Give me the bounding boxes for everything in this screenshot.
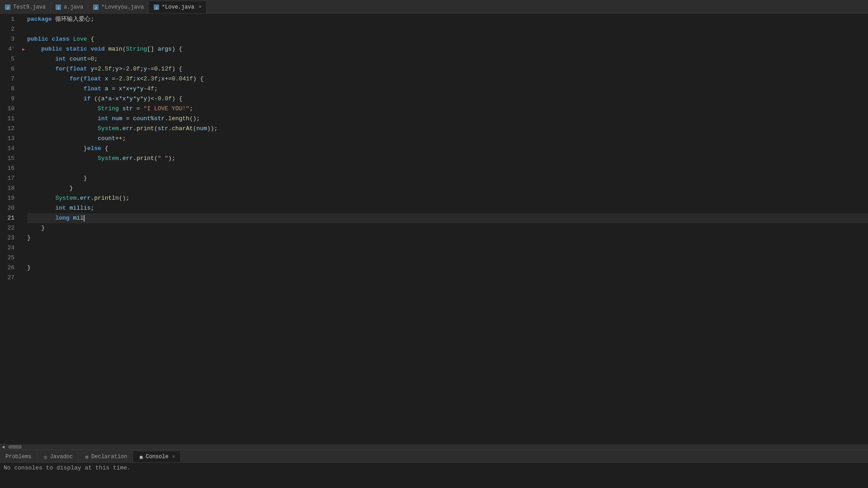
code-line-23: } bbox=[27, 233, 868, 243]
pkg-name: 循环输入爱心 bbox=[55, 14, 90, 24]
tab-javadoc[interactable]: ◎ Javadoc bbox=[38, 451, 79, 462]
code-line-16 bbox=[27, 164, 868, 174]
line-num-13: 13 bbox=[0, 134, 18, 144]
console-icon: ▣ bbox=[138, 454, 144, 460]
bottom-panel: Problems ◎ Javadoc ⊞ Declaration ▣ Conso… bbox=[0, 450, 868, 488]
breakpoint-indicator: ▶ bbox=[22, 47, 24, 52]
line-num-25: 25 bbox=[0, 253, 18, 263]
line-num-22: 22 bbox=[0, 223, 18, 233]
tab-console-label: Console bbox=[146, 454, 168, 460]
code-line-22: } bbox=[27, 223, 868, 233]
code-line-1: package 循环输入爱心; bbox=[27, 14, 868, 24]
text-cursor bbox=[84, 215, 85, 221]
line-num-12: 12 bbox=[0, 124, 18, 134]
line-num-7: 7 bbox=[0, 74, 18, 84]
code-line-11: int num = count%str.length(); bbox=[27, 114, 868, 124]
tab-test9-label: Test9.java bbox=[13, 4, 46, 10]
code-line-21: long mil bbox=[27, 213, 868, 223]
line-num-14: 14 bbox=[0, 144, 18, 154]
line-num-6: 6 bbox=[0, 64, 18, 74]
svg-text:J: J bbox=[57, 6, 59, 10]
tab-console-close[interactable]: × bbox=[172, 454, 175, 460]
java-file-icon-loveyou: J bbox=[93, 4, 99, 10]
code-line-10: String str = "I LOVE YOU!"; bbox=[27, 104, 868, 114]
console-content: No consoles to display at this time. bbox=[0, 463, 868, 488]
tab-problems-label: Problems bbox=[5, 454, 32, 460]
code-line-6: for(float y=2.5f;y>-2.0f;y-=0.12f) { bbox=[27, 64, 868, 74]
line-num-27: 27 bbox=[0, 273, 18, 283]
line-num-8: 8 bbox=[0, 84, 18, 94]
code-line-2 bbox=[27, 24, 868, 34]
horizontal-scrollbar[interactable]: ◀ bbox=[0, 444, 868, 450]
tab-javadoc-label: Javadoc bbox=[50, 454, 73, 460]
line-num-2: 2 bbox=[0, 24, 18, 34]
code-line-19: System.err.println(); bbox=[27, 193, 868, 203]
code-line-4: public static void main(String[] args) { bbox=[27, 44, 868, 54]
line-num-18: 18 bbox=[0, 183, 18, 193]
line-num-1: 1 bbox=[0, 14, 18, 24]
javadoc-icon: ◎ bbox=[43, 454, 48, 460]
console-message: No consoles to display at this time. bbox=[4, 465, 131, 471]
line-num-11: 11 bbox=[0, 114, 18, 124]
tab-console[interactable]: ▣ Console × bbox=[133, 451, 181, 462]
line-num-20: 20 bbox=[0, 203, 18, 213]
code-line-7: for(float x =-2.3f;x<2.3f;x+=0.041f) { bbox=[27, 74, 868, 84]
code-line-3: public class Love { bbox=[27, 34, 868, 44]
tab-loveyou-label: *Loveyou.java bbox=[101, 4, 144, 10]
tab-love[interactable]: J *Love.java × bbox=[149, 1, 207, 13]
tab-love-close[interactable]: × bbox=[198, 4, 202, 10]
code-line-18: } bbox=[27, 183, 868, 193]
line-num-24: 24 bbox=[0, 243, 18, 253]
tab-a[interactable]: J a.java bbox=[51, 1, 88, 13]
line-num-4: 4° bbox=[0, 44, 18, 54]
java-file-icon: J bbox=[5, 4, 11, 10]
svg-text:J: J bbox=[7, 6, 9, 10]
code-line-15: System.err.print(" "); bbox=[27, 154, 868, 164]
tab-loveyou[interactable]: J *Loveyou.java bbox=[88, 1, 149, 13]
code-line-17: } bbox=[27, 174, 868, 183]
gutter: ▶ bbox=[22, 14, 25, 444]
svg-text:J: J bbox=[95, 6, 97, 10]
scroll-left-button[interactable]: ◀ bbox=[0, 444, 6, 450]
line-num-21: 21 bbox=[0, 213, 18, 223]
line-num-17: 17 bbox=[0, 174, 18, 183]
scrollbar-thumb[interactable] bbox=[8, 445, 22, 449]
line-num-19: 19 bbox=[0, 193, 18, 203]
code-line-14: }else { bbox=[27, 144, 868, 154]
tab-bar: J Test9.java J a.java J *Loveyou.java J bbox=[0, 0, 868, 14]
line-num-9: 9 bbox=[0, 94, 18, 104]
tab-test9[interactable]: J Test9.java bbox=[0, 1, 51, 13]
bottom-tab-bar: Problems ◎ Javadoc ⊞ Declaration ▣ Conso… bbox=[0, 450, 868, 463]
kw-package: package bbox=[27, 14, 55, 24]
editor-area: 1 2 3 4° 5 6 7 8 9 10 11 12 13 14 15 16 … bbox=[0, 14, 868, 444]
java-file-icon-love: J bbox=[153, 4, 160, 10]
code-line-27 bbox=[27, 273, 868, 283]
tab-declaration[interactable]: ⊞ Declaration bbox=[79, 451, 133, 462]
line-num-3: 3 bbox=[0, 34, 18, 44]
code-line-26: } bbox=[27, 263, 868, 273]
line-numbers: 1 2 3 4° 5 6 7 8 9 10 11 12 13 14 15 16 … bbox=[0, 14, 22, 444]
code-line-24 bbox=[27, 243, 868, 253]
code-line-25 bbox=[27, 253, 868, 263]
line-num-26: 26 bbox=[0, 263, 18, 273]
line-num-16: 16 bbox=[0, 164, 18, 174]
line-num-10: 10 bbox=[0, 104, 18, 114]
line-num-5: 5 bbox=[0, 54, 18, 64]
declaration-icon: ⊞ bbox=[84, 454, 90, 460]
code-line-12: System.err.print(str.charAt(num)); bbox=[27, 124, 868, 134]
gutter-marker-4: ▶ bbox=[22, 44, 25, 54]
tab-problems[interactable]: Problems bbox=[0, 451, 38, 462]
code-line-20: int millis; bbox=[27, 203, 868, 213]
java-file-icon-a: J bbox=[55, 4, 61, 10]
code-editor[interactable]: package 循环输入爱心; public class Love { publ… bbox=[25, 14, 868, 444]
tab-declaration-label: Declaration bbox=[91, 454, 127, 460]
svg-text:J: J bbox=[156, 6, 157, 10]
line-num-15: 15 bbox=[0, 154, 18, 164]
code-line-5: int count=0; bbox=[27, 54, 868, 64]
line-num-23: 23 bbox=[0, 233, 18, 243]
tab-a-label: a.java bbox=[64, 4, 83, 10]
code-line-9: if ((a*a-x*x*y*y*y)<-0.0f) { bbox=[27, 94, 868, 104]
code-line-8: float a = x*x+y*y-4f; bbox=[27, 84, 868, 94]
code-line-13: count++; bbox=[27, 134, 868, 144]
tab-love-label: *Love.java bbox=[162, 4, 194, 10]
